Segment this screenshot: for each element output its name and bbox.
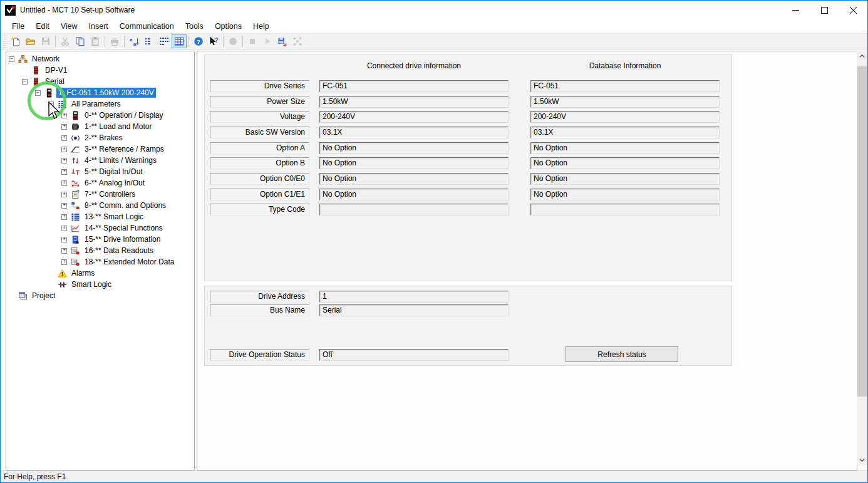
vertical-scrollbar[interactable]: [857, 51, 867, 465]
tree-item-label[interactable]: 6-** Analog In/Out: [83, 178, 147, 188]
expand-icon[interactable]: +: [61, 158, 67, 164]
tree-item-label[interactable]: 3-** Reference / Ramps: [83, 144, 166, 154]
connected-value-option-c0-e0[interactable]: No Option: [319, 173, 509, 185]
tree-item-18-extended-motor-data[interactable]: +18-** Extended Motor Data: [6, 256, 194, 267]
tree-item-label[interactable]: 18-** Extended Motor Data: [83, 257, 176, 267]
expand-icon[interactable]: +: [61, 113, 67, 118]
tree-item-label[interactable]: Alarms: [70, 268, 96, 278]
tree-item-label[interactable]: 14-** Special Functions: [83, 223, 165, 233]
tree-item-label[interactable]: All Parameters: [70, 99, 123, 109]
menu-item-tools[interactable]: Tools: [180, 21, 209, 32]
connected-value-type-code[interactable]: [319, 204, 509, 216]
menu-item-file[interactable]: File: [6, 21, 30, 32]
menu-item-insert[interactable]: Insert: [83, 21, 114, 32]
tree-item-label[interactable]: 5-** Digital In/Out: [83, 167, 145, 177]
tree-item-label[interactable]: 15-** Drive Information: [83, 234, 162, 244]
open-folder-icon[interactable]: [23, 34, 38, 48]
tree-item-5-digital-in-out[interactable]: +5-** Digital In/Out: [6, 166, 194, 177]
tree-item-3-reference-ramps[interactable]: +3-** Reference / Ramps: [6, 143, 194, 155]
tree-item-7-controllers[interactable]: +7-** Controllers: [6, 189, 194, 200]
database-value-option-c0-e0[interactable]: No Option: [530, 173, 720, 185]
database-value-drive-series[interactable]: FC-051: [530, 80, 720, 92]
expand-icon[interactable]: +: [61, 135, 67, 141]
write-to-drive-icon[interactable]: [275, 34, 290, 48]
tree-item-label[interactable]: 1; FC-051 1.50kW 200-240V: [56, 88, 156, 98]
tree-item-1-fc-051-1-50kw-200-240v[interactable]: −1; FC-051 1.50kW 200-240V: [6, 87, 194, 98]
context-help-icon[interactable]: ?: [206, 34, 221, 48]
expand-icon[interactable]: +: [61, 248, 67, 254]
drive-operation-status-field[interactable]: Off: [319, 349, 509, 361]
menu-item-view[interactable]: View: [55, 21, 83, 32]
menu-item-communication[interactable]: Communication: [114, 21, 180, 32]
database-value-type-code[interactable]: [530, 204, 720, 216]
list-view-icon[interactable]: [142, 34, 157, 48]
scroll-down-icon[interactable]: [857, 455, 867, 465]
tree-item-project[interactable]: Project: [6, 290, 194, 301]
tree-item-label[interactable]: DP-V1: [43, 65, 69, 75]
connected-value-option-b[interactable]: No Option: [319, 157, 509, 169]
close-button[interactable]: [839, 1, 867, 19]
tree-item-label[interactable]: Smart Logic: [70, 279, 113, 289]
database-value-power-size[interactable]: 1.50kW: [530, 96, 720, 108]
menu-item-options[interactable]: Options: [209, 21, 247, 32]
scroll-up-icon[interactable]: [857, 51, 867, 61]
maximize-button[interactable]: [810, 1, 839, 19]
connected-value-voltage[interactable]: 200-240V: [319, 111, 509, 123]
tree-item-14-special-functions[interactable]: +14-** Special Functions: [6, 222, 194, 234]
tree-item-alarms[interactable]: Alarms: [6, 267, 194, 279]
copy-icon[interactable]: [73, 34, 88, 48]
field-value-bus-name[interactable]: Serial: [319, 304, 509, 316]
expand-icon[interactable]: +: [61, 147, 67, 152]
sort-az-icon[interactable]: aa: [127, 34, 142, 48]
connected-value-option-c1-e1[interactable]: No Option: [319, 189, 509, 200]
collapse-icon[interactable]: −: [48, 101, 54, 107]
tree-item-4-limits-warnings[interactable]: +4-** Limits / Warnings: [6, 155, 194, 166]
database-value-basic-sw-version[interactable]: 03.1X: [530, 127, 720, 138]
tree-item-label[interactable]: 1-** Load and Motor: [83, 122, 153, 132]
connected-value-drive-series[interactable]: FC-051: [319, 80, 509, 92]
expand-icon[interactable]: +: [61, 226, 67, 231]
collapse-icon[interactable]: −: [35, 90, 41, 96]
tree-item-15-drive-information[interactable]: +15-** Drive Information: [6, 234, 194, 245]
tree-item-label[interactable]: 13-** Smart Logic: [83, 212, 145, 222]
expand-icon[interactable]: +: [61, 259, 67, 265]
help-icon[interactable]: ?: [191, 34, 206, 48]
expand-icon[interactable]: +: [61, 237, 67, 242]
tree-item-network[interactable]: −Network: [6, 53, 194, 65]
tree-item-label[interactable]: 16-** Data Readouts: [83, 246, 155, 256]
minimize-button[interactable]: [781, 1, 810, 19]
tree-item-8-comm-and-options[interactable]: +8-** Comm. and Options: [6, 200, 194, 211]
expand-icon[interactable]: +: [61, 180, 67, 186]
tree-item-16-data-readouts[interactable]: +16-** Data Readouts: [6, 245, 194, 256]
database-value-option-c1-e1[interactable]: No Option: [530, 189, 720, 200]
collapse-icon[interactable]: −: [9, 56, 14, 62]
menu-item-edit[interactable]: Edit: [30, 21, 55, 32]
refresh-status-button[interactable]: Refresh status: [566, 346, 678, 362]
field-value-drive-address[interactable]: 1: [319, 291, 509, 303]
expand-icon[interactable]: +: [61, 169, 67, 175]
tree-item-1-load-and-motor[interactable]: +1-** Load and Motor: [6, 121, 194, 132]
new-document-icon[interactable]: [8, 34, 23, 48]
expand-icon[interactable]: +: [61, 124, 67, 130]
tree-item-label[interactable]: 8-** Comm. and Options: [83, 200, 168, 210]
tree-item-6-analog-in-out[interactable]: +6-** Analog In/Out: [6, 177, 194, 189]
tree-item-label[interactable]: Serial: [43, 76, 66, 86]
expand-icon[interactable]: +: [61, 214, 67, 220]
toolbar-drag-handle[interactable]: [3, 35, 6, 48]
tree-item-0-operation-display[interactable]: +0-** Operation / Display: [6, 110, 194, 121]
tree-item-2-brakes[interactable]: +2-** Brakes: [6, 132, 194, 143]
connected-value-option-a[interactable]: No Option: [319, 142, 509, 154]
scrollbar-thumb[interactable]: [857, 66, 867, 397]
tree-item-label[interactable]: 0-** Operation / Display: [83, 110, 165, 120]
tree-item-dp-v1[interactable]: DP-V1: [6, 65, 194, 76]
connected-value-basic-sw-version[interactable]: 03.1X: [319, 127, 509, 138]
grid-view-icon[interactable]: [172, 34, 187, 48]
database-value-option-b[interactable]: No Option: [530, 157, 720, 169]
collapse-icon[interactable]: −: [22, 79, 28, 85]
tree-item-serial[interactable]: −Serial: [6, 76, 194, 87]
details-view-icon[interactable]: [157, 34, 172, 48]
tree-item-label[interactable]: 4-** Limits / Warnings: [83, 155, 158, 165]
tree-item-13-smart-logic[interactable]: +13-** Smart Logic: [6, 211, 194, 222]
tree-item-label[interactable]: 2-** Brakes: [83, 133, 125, 143]
database-value-option-a[interactable]: No Option: [530, 142, 720, 154]
